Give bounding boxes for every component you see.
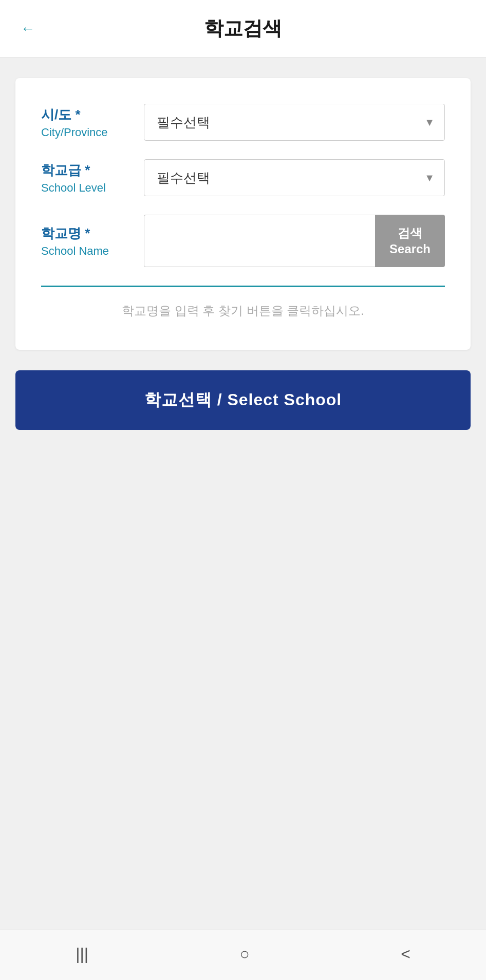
city-control-wrapper: 필수선택 (144, 104, 445, 141)
school-level-select-wrapper: 필수선택 (144, 159, 445, 196)
search-button-label-kr: 검색 (398, 226, 422, 240)
school-name-label: 학교명 * School Name (41, 224, 144, 258)
content-area: 시/도 * City/Province 필수선택 학교급 * School Le… (0, 58, 486, 930)
header: ← 학교검색 (0, 0, 486, 58)
city-row: 시/도 * City/Province 필수선택 (41, 104, 445, 141)
city-label-main: 시/도 * (41, 106, 144, 124)
menu-icon[interactable]: ||| (76, 945, 88, 964)
back-button[interactable]: ← (21, 21, 35, 37)
page-title: 학교검색 (204, 15, 282, 42)
school-name-control-wrapper: 검색 Search (144, 215, 445, 267)
divider (41, 286, 445, 287)
school-name-label-sub: School Name (41, 244, 144, 258)
search-button-label-en: Search (389, 242, 431, 256)
select-school-button[interactable]: 학교선택 / Select School (15, 370, 471, 430)
school-name-input[interactable] (144, 215, 375, 267)
city-label: 시/도 * City/Province (41, 106, 144, 139)
school-name-label-main: 학교명 * (41, 224, 144, 242)
hint-text: 학교명을 입력 후 찾기 버튼을 클릭하십시오. (41, 303, 445, 319)
city-label-sub: City/Province (41, 126, 144, 139)
school-level-label: 학교급 * School Level (41, 161, 144, 195)
school-level-control-wrapper: 필수선택 (144, 159, 445, 196)
school-level-row: 학교급 * School Level 필수선택 (41, 159, 445, 196)
back-nav-icon[interactable]: < (401, 945, 410, 964)
spacer (15, 450, 471, 909)
school-level-select[interactable]: 필수선택 (144, 159, 445, 196)
school-level-label-sub: School Level (41, 181, 144, 195)
bottom-nav: ||| ○ < (0, 930, 486, 980)
city-select[interactable]: 필수선택 (144, 104, 445, 141)
search-button[interactable]: 검색 Search (375, 215, 445, 267)
school-name-row: 학교명 * School Name 검색 Search (41, 215, 445, 267)
school-level-label-main: 학교급 * (41, 161, 144, 179)
city-select-wrapper: 필수선택 (144, 104, 445, 141)
search-card: 시/도 * City/Province 필수선택 학교급 * School Le… (15, 78, 471, 350)
home-icon[interactable]: ○ (239, 945, 249, 964)
